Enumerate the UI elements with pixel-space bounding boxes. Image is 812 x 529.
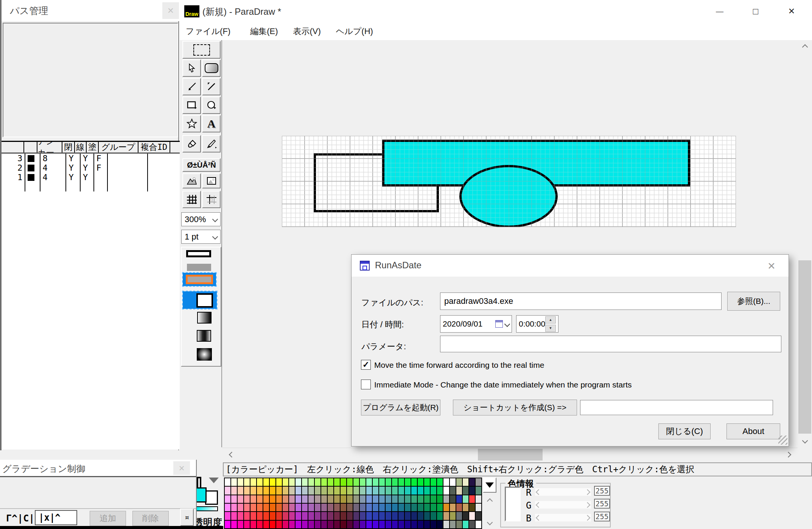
tool-pointer[interactable] (182, 59, 201, 77)
palette-swatch[interactable] (231, 504, 237, 511)
palette-swatch[interactable] (315, 512, 320, 520)
palette-swatch[interactable] (443, 478, 449, 486)
palette-swatch[interactable] (296, 495, 301, 503)
gradation-add-button[interactable]: 追加 (90, 511, 126, 526)
palette-swatch[interactable] (437, 512, 443, 520)
palette-swatch[interactable] (276, 487, 282, 494)
chevron-left-icon[interactable] (536, 515, 542, 521)
palette-swatch[interactable] (366, 504, 372, 511)
palette-swatch[interactable] (308, 478, 314, 486)
tool-rectangle[interactable] (182, 96, 201, 114)
palette-swatch[interactable] (308, 487, 314, 494)
palette-swatch[interactable] (328, 478, 333, 486)
palette-swatch[interactable] (225, 512, 230, 520)
palette-swatch[interactable] (263, 478, 269, 486)
palette-swatch[interactable] (270, 504, 275, 511)
palette-swatch[interactable] (366, 487, 372, 494)
palette-swatch[interactable] (321, 504, 327, 511)
stroke-color-swatch[interactable] (197, 487, 207, 503)
palette-swatch[interactable] (366, 521, 372, 528)
palette-swatch[interactable] (328, 512, 333, 520)
tool-grid-toggle[interactable] (182, 191, 201, 208)
palette-swatch[interactable] (456, 521, 462, 528)
palette-swatch[interactable] (289, 521, 295, 528)
palette-swatch[interactable] (296, 504, 301, 511)
stroke-width-combobox[interactable]: 1 pt (181, 230, 221, 244)
palette-swatch[interactable] (424, 504, 430, 511)
shortcut-target-input[interactable] (580, 400, 773, 415)
tool-brush[interactable] (202, 135, 221, 152)
palette-swatch[interactable] (463, 495, 468, 503)
palette-swatch[interactable] (418, 478, 423, 486)
immediate-mode-checkbox[interactable] (361, 380, 371, 389)
palette-swatch[interactable] (328, 521, 333, 528)
palette-swatch[interactable] (353, 487, 359, 494)
palette-swatch[interactable] (244, 487, 250, 494)
palette-swatch[interactable] (315, 487, 320, 494)
palette-swatch[interactable] (270, 478, 275, 486)
scroll-up-button[interactable] (798, 40, 812, 54)
palette-swatch[interactable] (469, 504, 475, 511)
palette-swatch[interactable] (270, 495, 275, 503)
table-row[interactable] (2, 182, 180, 191)
tool-pen[interactable] (182, 78, 201, 95)
gradation-small-button[interactable]: ¤ (180, 509, 194, 526)
tool-line[interactable] (202, 78, 221, 95)
palette-swatch[interactable] (321, 487, 327, 494)
palette-swatch[interactable] (360, 504, 366, 511)
palette-swatch[interactable] (450, 512, 456, 520)
fill-color-swatch-back[interactable] (205, 490, 218, 505)
palette-swatch[interactable] (238, 512, 243, 520)
palette-swatch[interactable] (283, 495, 288, 503)
palette-swatch[interactable] (418, 495, 423, 503)
canvas-vscrollbar[interactable] (798, 40, 812, 447)
zoom-combobox[interactable]: 300% (181, 212, 221, 226)
palette-swatch[interactable] (424, 478, 430, 486)
palette-swatch[interactable] (308, 504, 314, 511)
gradation-close-button[interactable]: × (173, 461, 190, 475)
hscroll-thumb[interactable] (478, 449, 543, 461)
mirror-gradient-swatch[interactable] (197, 330, 211, 342)
palette-swatch[interactable] (405, 512, 411, 520)
palette-swatch[interactable] (476, 478, 481, 486)
palette-swatch[interactable] (450, 478, 456, 486)
palette-swatch[interactable] (443, 512, 449, 520)
palette-scroll-down[interactable] (483, 516, 496, 528)
palette-swatch[interactable] (270, 512, 275, 520)
table-row[interactable]: 14YY (2, 173, 180, 182)
palette-swatch[interactable] (443, 504, 449, 511)
gray-fill-swatch[interactable] (187, 264, 211, 271)
tool-ellipse[interactable] (202, 96, 221, 114)
palette-swatch[interactable] (443, 521, 449, 528)
palette-swatch[interactable] (250, 521, 256, 528)
palette-swatch[interactable] (405, 487, 411, 494)
gradation-delete-button[interactable]: 削除 (132, 511, 169, 526)
palette-swatch[interactable] (257, 495, 263, 503)
palette-swatch[interactable] (411, 512, 417, 520)
menu-view[interactable]: 表示(V) (293, 26, 320, 37)
palette-swatch[interactable] (276, 504, 282, 511)
palette-swatch[interactable] (353, 512, 359, 520)
chevron-right-icon[interactable] (585, 489, 591, 495)
palette-swatch[interactable] (456, 478, 462, 486)
close-button[interactable]: ✕ (779, 0, 804, 23)
palette-swatch[interactable] (238, 504, 243, 511)
palette-swatch[interactable] (392, 495, 398, 503)
palette-swatch[interactable] (302, 512, 308, 520)
tool-image-1[interactable] (182, 173, 201, 188)
palette-swatch[interactable] (398, 478, 404, 486)
palette-swatch[interactable] (386, 521, 391, 528)
palette-swatch[interactable] (244, 495, 250, 503)
channel-g-value-box[interactable]: 255 (594, 499, 610, 509)
spin-down-button[interactable]: ▼ (545, 325, 556, 332)
palette-swatch[interactable] (341, 495, 346, 503)
table-row[interactable]: 24YYF (2, 163, 180, 173)
channel-b-value-box[interactable]: 255 (594, 512, 610, 521)
palette-swatch[interactable] (360, 487, 366, 494)
spin-up-button[interactable]: ▲ (545, 316, 556, 324)
palette-swatch[interactable] (231, 487, 237, 494)
color-palette[interactable] (224, 478, 482, 529)
channel-g-slider[interactable] (535, 501, 591, 509)
palette-swatch[interactable] (231, 512, 237, 520)
palette-swatch[interactable] (341, 478, 346, 486)
